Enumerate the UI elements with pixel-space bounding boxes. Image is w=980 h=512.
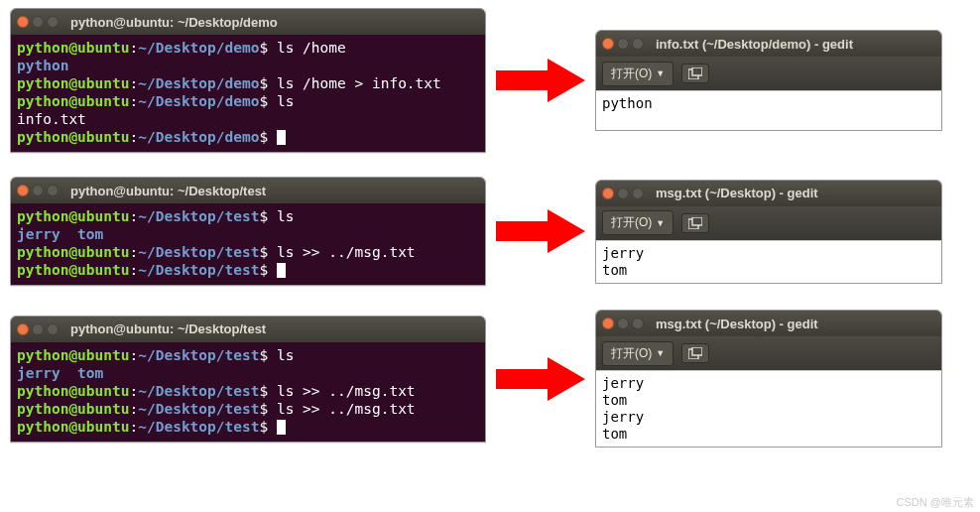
example-row: python@ubuntu: ~/Desktop/testpython@ubun… (10, 177, 970, 286)
window-titlebar: msg.txt (~/Desktop) - gedit (596, 181, 941, 206)
window-controls (602, 188, 644, 199)
open-button[interactable]: 打开(O)▼ (602, 341, 674, 366)
terminal-line: python@ubuntu:~/Desktop/test$ (17, 418, 479, 436)
terminal-line: jerry tom (17, 364, 479, 382)
terminal-cursor (277, 263, 286, 278)
chevron-down-icon: ▼ (656, 218, 665, 228)
terminal-line: python (17, 57, 479, 74)
gedit-line: jerry (602, 375, 935, 392)
window-title: msg.txt (~/Desktop) - gedit (656, 317, 818, 331)
svg-marker-3 (496, 209, 585, 253)
gedit-line: jerry (602, 409, 935, 426)
gedit-text-area[interactable]: jerrytom (596, 240, 941, 283)
terminal-window: python@ubuntu: ~/Desktop/testpython@ubun… (10, 316, 486, 443)
chevron-down-icon: ▼ (656, 68, 665, 78)
window-controls (17, 185, 59, 196)
window-titlebar: python@ubuntu: ~/Desktop/test (11, 317, 485, 342)
terminal-line: python@ubuntu:~/Desktop/test$ ls >> ../m… (17, 382, 479, 400)
gedit-line: tom (602, 426, 935, 443)
terminal-line: python@ubuntu:~/Desktop/demo$ ls (17, 92, 479, 110)
window-titlebar: msg.txt (~/Desktop) - gedit (596, 311, 941, 336)
max-button[interactable] (47, 16, 59, 28)
terminal-body[interactable]: python@ubuntu:~/Desktop/test$ lsjerry to… (11, 203, 485, 285)
terminal-cursor (277, 130, 286, 145)
window-controls (17, 16, 59, 28)
close-button[interactable] (17, 185, 29, 196)
window-title: python@ubuntu: ~/Desktop/test (70, 184, 266, 198)
max-button[interactable] (632, 38, 644, 50)
terminal-body[interactable]: python@ubuntu:~/Desktop/demo$ ls /homepy… (11, 35, 485, 152)
min-button[interactable] (617, 318, 629, 329)
open-button[interactable]: 打开(O)▼ (602, 62, 674, 86)
min-button[interactable] (617, 188, 629, 199)
min-button[interactable] (32, 323, 44, 335)
svg-rect-5 (692, 217, 702, 225)
example-row: python@ubuntu: ~/Desktop/demopython@ubun… (10, 8, 970, 153)
window-title: msg.txt (~/Desktop) - gedit (656, 186, 818, 200)
window-title: info.txt (~/Desktop/demo) - gedit (656, 37, 853, 52)
max-button[interactable] (47, 323, 59, 335)
terminal-line: python@ubuntu:~/Desktop/test$ ls (17, 207, 479, 225)
close-button[interactable] (602, 188, 614, 199)
terminal-line: python@ubuntu:~/Desktop/demo$ (17, 128, 479, 146)
window-titlebar: python@ubuntu: ~/Desktop/demo (11, 9, 485, 35)
svg-rect-8 (692, 347, 702, 355)
new-tab-button[interactable] (681, 343, 709, 363)
gedit-window: msg.txt (~/Desktop) - gedit打开(O)▼jerryto… (595, 180, 942, 284)
gedit-text-area[interactable]: jerrytomjerrytom (596, 370, 941, 447)
terminal-line: info.txt (17, 110, 479, 128)
gedit-window: info.txt (~/Desktop/demo) - gedit打开(O)▼p… (595, 30, 942, 131)
min-button[interactable] (32, 185, 44, 196)
min-button[interactable] (617, 38, 629, 50)
window-controls (602, 318, 644, 329)
terminal-body[interactable]: python@ubuntu:~/Desktop/test$ lsjerry to… (11, 342, 485, 442)
terminal-line: python@ubuntu:~/Desktop/demo$ ls /home >… (17, 74, 479, 92)
gedit-line: tom (602, 262, 935, 279)
arrow-icon (486, 59, 595, 102)
terminal-line: python@ubuntu:~/Desktop/test$ ls >> ../m… (17, 400, 479, 418)
gedit-text-area[interactable]: python (596, 90, 941, 130)
terminal-cursor (277, 420, 286, 435)
gedit-line: tom (602, 392, 935, 409)
gedit-toolbar: 打开(O)▼ (596, 57, 941, 90)
svg-rect-2 (692, 67, 702, 75)
close-button[interactable] (17, 16, 29, 28)
window-title: python@ubuntu: ~/Desktop/test (70, 321, 266, 336)
example-row: python@ubuntu: ~/Desktop/testpython@ubun… (10, 310, 970, 448)
new-tab-button[interactable] (681, 64, 709, 83)
chevron-down-icon: ▼ (656, 348, 665, 358)
gedit-toolbar: 打开(O)▼ (596, 206, 941, 240)
terminal-line: python@ubuntu:~/Desktop/test$ ls >> ../m… (17, 243, 479, 261)
svg-marker-6 (496, 357, 585, 401)
window-controls (602, 38, 644, 50)
window-titlebar: info.txt (~/Desktop/demo) - gedit (596, 31, 941, 57)
gedit-toolbar: 打开(O)▼ (596, 336, 941, 370)
gedit-line: jerry (602, 245, 935, 262)
arrow-icon (486, 209, 595, 253)
open-button[interactable]: 打开(O)▼ (602, 210, 674, 235)
close-button[interactable] (602, 38, 614, 50)
terminal-line: python@ubuntu:~/Desktop/test$ ls (17, 346, 479, 364)
arrow-icon (486, 357, 595, 401)
max-button[interactable] (632, 318, 644, 329)
terminal-window: python@ubuntu: ~/Desktop/testpython@ubun… (10, 177, 486, 286)
close-button[interactable] (602, 318, 614, 329)
window-controls (17, 323, 59, 335)
terminal-line: python@ubuntu:~/Desktop/test$ (17, 261, 479, 279)
new-tab-button[interactable] (681, 213, 709, 233)
window-title: python@ubuntu: ~/Desktop/demo (70, 15, 278, 30)
terminal-line: jerry tom (17, 225, 479, 243)
window-titlebar: python@ubuntu: ~/Desktop/test (11, 178, 485, 203)
terminal-line: python@ubuntu:~/Desktop/demo$ ls /home (17, 39, 479, 57)
svg-marker-0 (496, 59, 585, 102)
max-button[interactable] (47, 185, 59, 196)
terminal-window: python@ubuntu: ~/Desktop/demopython@ubun… (10, 8, 486, 153)
close-button[interactable] (17, 323, 29, 335)
max-button[interactable] (632, 188, 644, 199)
gedit-window: msg.txt (~/Desktop) - gedit打开(O)▼jerryto… (595, 310, 942, 448)
min-button[interactable] (32, 16, 44, 28)
gedit-line: python (602, 95, 935, 112)
